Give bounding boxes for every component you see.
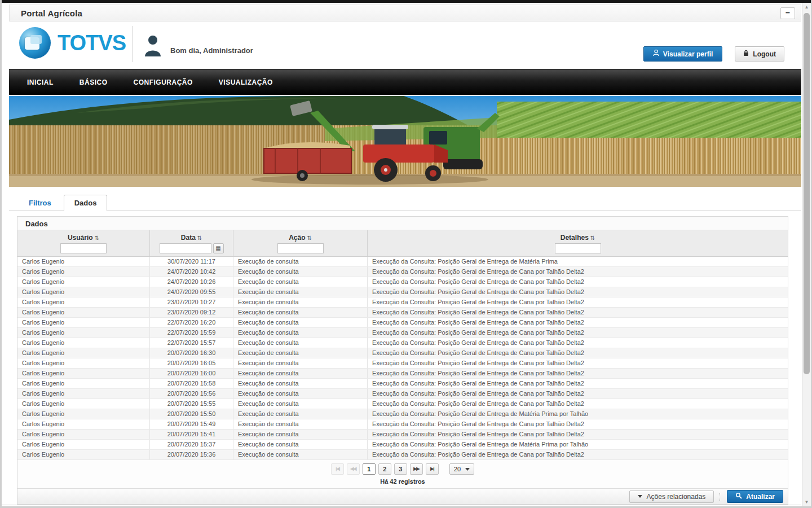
table-row[interactable]: Carlos Eugenio22/07/2020 16:20Execução d… [17, 318, 788, 328]
table-row[interactable]: Carlos Eugenio20/07/2020 15:55Execução d… [17, 399, 788, 409]
nav-item-visualizacao[interactable]: VISUALIZAÇÃO [211, 78, 281, 86]
scrollbar-thumb[interactable] [804, 13, 810, 374]
logout-label: Logout [753, 50, 776, 58]
cell-action: Execução de consulta [233, 379, 368, 388]
table-row[interactable]: Carlos Eugenio20/07/2020 15:58Execução d… [17, 379, 788, 389]
table-row[interactable]: Carlos Eugenio20/07/2020 16:05Execução d… [17, 358, 788, 369]
cell-date: 30/07/2020 11:17 [150, 257, 233, 266]
cell-details: Execução da Consulta: Posição Geral de E… [368, 430, 788, 439]
bottom-edge [2, 505, 801, 505]
totvs-logo: TOTVS [19, 27, 126, 59]
cell-details: Execução da Consulta: Posição Geral de E… [368, 419, 788, 429]
cell-action: Execução de consulta [233, 389, 368, 398]
cell-date: 20/07/2020 15:55 [150, 399, 233, 409]
cell-action: Execução de consulta [233, 308, 368, 317]
app-window: ▲ ▼ Portal Agrícola – TOTVS Bom dia, Adm… [0, 0, 812, 508]
page-size-select[interactable]: 20 [449, 463, 474, 475]
cell-date: 20/07/2020 15:58 [150, 379, 233, 388]
cell-date: 20/07/2020 15:41 [150, 430, 233, 439]
cell-date: 24/07/2020 09:55 [150, 287, 233, 297]
cell-action: Execução de consulta [233, 358, 368, 368]
cell-user: Carlos Eugenio [17, 257, 150, 266]
table-row[interactable]: Carlos Eugenio20/07/2020 15:49Execução d… [17, 419, 788, 430]
cell-details: Execução da Consulta: Posição Geral de E… [368, 308, 788, 317]
cell-user: Carlos Eugenio [17, 287, 150, 297]
cell-action: Execução de consulta [233, 287, 368, 297]
column-header-detalhes[interactable]: Detalhes [561, 234, 589, 242]
filter-acao-input[interactable] [277, 243, 324, 253]
cell-action: Execução de consulta [233, 440, 368, 449]
refresh-button[interactable]: Atualizar [727, 490, 783, 503]
sort-icon[interactable]: ⇅ [590, 235, 595, 241]
cell-date: 20/07/2020 15:36 [150, 450, 233, 459]
nav-item-inicial[interactable]: INICIAL [19, 78, 61, 86]
cell-user: Carlos Eugenio [17, 399, 150, 409]
scroll-down-icon[interactable]: ▼ [802, 498, 811, 506]
nav-item-configuracao[interactable]: CONFIGURAÇÃO [126, 78, 201, 86]
table-row[interactable]: Carlos Eugenio20/07/2020 15:50Execução d… [17, 409, 788, 419]
cell-details: Execução da Consulta: Posição Geral de E… [368, 318, 788, 327]
table-row[interactable]: Carlos Eugenio20/07/2020 15:41Execução d… [17, 430, 788, 440]
cell-details: Execução da Consulta: Posição Geral de E… [368, 440, 788, 449]
table-row[interactable]: Carlos Eugenio20/07/2020 15:56Execução d… [17, 389, 788, 399]
page-prev-button[interactable]: ◀◀ [347, 463, 360, 475]
minimize-button[interactable]: – [780, 7, 795, 19]
cell-action: Execução de consulta [233, 297, 368, 307]
cell-user: Carlos Eugenio [17, 308, 150, 317]
logout-button[interactable]: Logout [735, 46, 784, 62]
cell-user: Carlos Eugenio [17, 318, 150, 327]
filter-usuario-input[interactable] [60, 243, 107, 253]
calendar-icon[interactable]: ▦ [213, 243, 224, 253]
related-actions-button[interactable]: Ações relacionadas [629, 491, 714, 503]
filter-data-input[interactable] [160, 243, 211, 253]
page-button-1[interactable]: 1 [363, 463, 376, 475]
table-row[interactable]: Carlos Eugenio22/07/2020 15:57Execução d… [17, 338, 788, 348]
cell-action: Execução de consulta [233, 419, 368, 429]
cell-details: Execução da Consulta: Posição Geral de E… [368, 379, 788, 388]
table-row[interactable]: Carlos Eugenio20/07/2020 16:30Execução d… [17, 348, 788, 358]
column-header-data[interactable]: Data [181, 234, 196, 242]
column-header-acao[interactable]: Ação [289, 234, 305, 242]
cell-details: Execução da Consulta: Posição Geral de E… [368, 389, 788, 398]
table-row[interactable]: Carlos Eugenio20/07/2020 15:37Execução d… [17, 440, 788, 450]
main-nav: INICIALBÁSICOCONFIGURAÇÃOVISUALIZAÇÃO [9, 69, 801, 95]
vertical-scrollbar[interactable]: ▲ ▼ [802, 3, 811, 506]
tab-filtros[interactable]: Filtros [19, 195, 61, 211]
table-row[interactable]: Carlos Eugenio20/07/2020 15:36Execução d… [17, 450, 788, 460]
cell-action: Execução de consulta [233, 430, 368, 439]
nav-item-basico[interactable]: BÁSICO [72, 78, 116, 86]
table-header: Usuário⇅ Data⇅ ▦ Ação⇅ [17, 230, 788, 257]
table-row[interactable]: Carlos Eugenio23/07/2020 10:27Execução d… [17, 297, 788, 308]
cell-user: Carlos Eugenio [17, 267, 150, 277]
table-row[interactable]: Carlos Eugenio20/07/2020 16:00Execução d… [17, 369, 788, 379]
sort-icon[interactable]: ⇅ [307, 235, 311, 241]
cell-date: 24/07/2020 10:42 [150, 267, 233, 277]
records-count: Há 42 registros [17, 476, 788, 488]
sort-icon[interactable]: ⇅ [95, 235, 99, 241]
table-row[interactable]: Carlos Eugenio24/07/2020 10:26Execução d… [17, 277, 788, 287]
page-title: Portal Agrícola [10, 5, 801, 18]
table-row[interactable]: Carlos Eugenio24/07/2020 10:42Execução d… [17, 267, 788, 277]
filter-detalhes-input[interactable] [555, 243, 601, 253]
page-button-2[interactable]: 2 [378, 463, 391, 475]
cell-details: Execução da Consulta: Posição Geral de E… [368, 450, 788, 459]
view-profile-label: Visualizar perfil [663, 50, 713, 58]
view-profile-button[interactable]: Visualizar perfil [643, 46, 722, 62]
table-row[interactable]: Carlos Eugenio22/07/2020 15:59Execução d… [17, 328, 788, 338]
cell-details: Execução da Consulta: Posição Geral de E… [368, 369, 788, 378]
page-first-button[interactable]: |◀ [331, 463, 344, 475]
page-button-3[interactable]: 3 [394, 463, 407, 475]
cell-details: Execução da Consulta: Posição Geral de E… [368, 338, 788, 348]
sort-icon[interactable]: ⇅ [197, 235, 202, 241]
cell-user: Carlos Eugenio [17, 338, 150, 348]
table-row[interactable]: Carlos Eugenio24/07/2020 09:55Execução d… [17, 287, 788, 297]
page-next-button[interactable]: ▶▶ [410, 463, 423, 475]
scroll-up-icon[interactable]: ▲ [802, 3, 811, 11]
table-row[interactable]: Carlos Eugenio30/07/2020 11:17Execução d… [17, 257, 788, 267]
page-last-button[interactable]: ▶| [426, 463, 439, 475]
tab-dados[interactable]: Dados [64, 195, 108, 211]
cell-date: 23/07/2020 09:12 [150, 308, 233, 317]
column-header-usuario[interactable]: Usuário [68, 234, 93, 242]
cell-action: Execução de consulta [233, 369, 368, 378]
table-row[interactable]: Carlos Eugenio23/07/2020 09:12Execução d… [17, 308, 788, 318]
